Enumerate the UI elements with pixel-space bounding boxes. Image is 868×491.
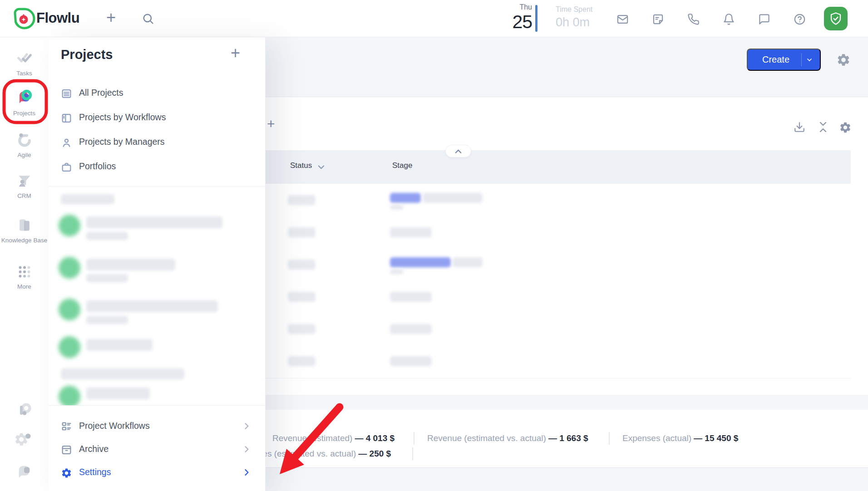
table-settings-gear-icon[interactable] [839,121,852,134]
rail-item-feedback[interactable] [0,462,49,483]
workflow-icon [61,421,72,432]
top-bar: Flowlu + Thu 25 Time Spent 0h 0m [0,0,868,37]
redacted-project-subtitle [86,274,128,282]
flyout-item-projects-by-workflows[interactable]: Projects by Workflows [49,106,265,130]
collapse-header-pill-button[interactable] [445,145,471,157]
bell-icon[interactable] [723,13,735,25]
redacted-project-title [86,216,222,228]
rail-item-more[interactable]: More [0,263,49,291]
archive-icon [61,444,72,456]
add-project-plus-icon[interactable]: + [231,44,240,63]
create-button[interactable]: Create [747,49,821,71]
chevron-right-icon [242,468,251,477]
redacted-stage-link [390,257,451,267]
knowledge-book-icon [15,216,34,234]
security-check-badge[interactable] [824,7,848,30]
phone-icon[interactable] [687,13,700,25]
add-tab-plus-icon[interactable]: + [267,117,275,131]
redacted-stage-text [423,193,483,203]
chevron-right-icon [242,445,251,454]
stat-separator [414,432,414,445]
redacted-stage-sub [390,269,404,274]
panel-divider [49,186,265,187]
mail-icon[interactable] [616,13,629,25]
rail-item-label: CRM [0,191,49,201]
search-icon[interactable] [142,12,154,25]
redacted-project-subtitle [86,232,128,240]
redacted-project-title [86,259,175,270]
redacted-project-title [86,388,150,399]
project-avatar [59,386,80,408]
flyout-item-all-projects[interactable]: All Projects [49,81,265,106]
rail-item-label: Knowledge Base [0,236,49,245]
flyout-item-label: Settings [79,467,111,477]
day-of-week: Thu [503,3,532,12]
page-settings-gear-icon[interactable] [836,53,851,67]
flyout-item-portfolios[interactable]: Portfolios [49,155,265,179]
project-avatar [59,215,80,236]
notes-icon[interactable] [652,13,664,25]
stat-value: — 1 663 $ [548,433,588,443]
project-avatar [59,336,80,358]
flowlu-logo-icon[interactable] [14,8,35,29]
chevron-down-icon[interactable] [802,56,817,64]
global-add-plus-icon[interactable]: + [106,8,116,28]
collapse-rows-icon[interactable] [818,121,829,133]
crm-funnel-icon [15,172,34,190]
flyout-item-project-workflows[interactable]: Project Workflows [49,414,265,439]
rail-item-crm[interactable]: CRM [0,172,49,201]
stat-label: Revenue (estimated vs. actual) [427,433,546,443]
create-button-label: Create [750,54,801,65]
brand-name: Flowlu [36,10,79,26]
redacted-status [288,324,316,334]
time-spent-widget[interactable]: Time Spent 0h 0m [556,5,592,30]
panel-footer: Project Workflows Archive Settings [49,405,265,491]
list-icon [61,88,72,99]
flyout-item-archive[interactable]: Archive [49,437,265,462]
stat-expenses-actual: Expenses (actual)— 15 450 $ [622,433,738,443]
flyout-item-label: Projects by Managers [79,137,165,147]
redacted-status [288,227,316,237]
rail-item-label: More [0,282,49,291]
flyout-item-settings[interactable]: Settings [49,461,265,485]
briefcase-icon [61,162,72,173]
agile-swirl-icon [15,131,34,149]
redacted-stage-link [390,193,421,203]
chat-icon[interactable] [758,13,770,25]
flyout-item-projects-by-managers[interactable]: Projects by Managers [49,130,265,155]
rail-item-knowledge-base[interactable]: Knowledge Base [0,216,49,245]
gear-icon [61,467,72,479]
flyout-item-label: Project Workflows [79,421,150,431]
project-avatar [59,299,80,320]
rail-item-tasks[interactable]: Tasks [0,49,49,78]
column-header-stage[interactable]: Stage [392,161,412,170]
redacted-section-header [61,368,184,379]
module-rail: Tasks Projects Agile CRM [0,37,49,491]
stat-value: — 15 450 $ [694,433,738,443]
stat-value: — 4 013 $ [355,433,395,443]
redacted-stage-sub [390,205,404,210]
stat-separator [609,432,610,445]
flyout-item-label: All Projects [79,88,123,98]
export-download-icon[interactable] [794,121,805,133]
time-spent-value: 0h 0m [556,14,592,30]
redacted-stage-text [453,257,483,267]
help-icon[interactable] [794,13,806,25]
redacted-status [288,195,316,205]
column-header-status[interactable]: Status [290,161,312,170]
rail-item-agile[interactable]: Agile [0,131,49,160]
sort-chevron-down-icon[interactable] [317,165,325,170]
panel-title: Projects [61,47,113,62]
redacted-stage-text [390,356,432,366]
date-divider-bar [535,5,538,32]
rail-item-label: Tasks [0,69,49,78]
stat-label: Expenses (actual) [622,433,691,443]
calendar-date-widget[interactable]: Thu 25 [503,3,532,32]
projects-color-icon [15,87,35,107]
redacted-project-title [86,339,153,351]
stat-value: — 250 $ [358,449,391,458]
rail-item-setup[interactable] [0,430,49,451]
rail-item-projects[interactable]: Projects [0,87,49,118]
rail-item-partner[interactable] [0,400,49,422]
flyout-item-label: Portfolios [79,161,116,172]
